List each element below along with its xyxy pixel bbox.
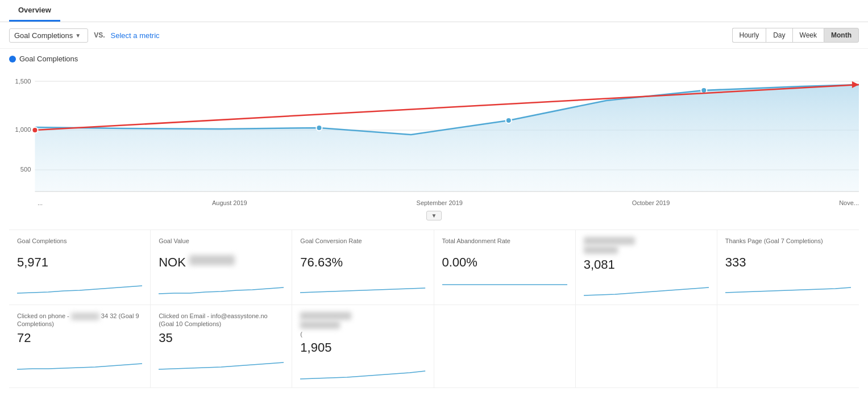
metric-title-8: Clicked on Email - info@eassystone.no (G…	[159, 312, 284, 328]
metric-value-2: NOK	[159, 255, 284, 270]
dropdown-arrow-icon: ▼	[75, 32, 81, 39]
legend-dot	[9, 56, 16, 62]
chart-area-fill	[35, 85, 859, 191]
blurred-title-5b	[584, 246, 618, 254]
blue-dot-1	[316, 125, 322, 131]
metric-card-empty-1	[434, 305, 576, 388]
metric-value-3: 76.63%	[300, 255, 425, 270]
metric-title-5	[584, 237, 709, 255]
blurred-phone	[71, 313, 99, 320]
time-btn-week[interactable]: Week	[792, 28, 824, 43]
x-label-sep: September 2019	[417, 199, 463, 206]
x-label-nov: Nove...	[839, 199, 859, 206]
toolbar: Goal Completions ▼ VS. Select a metric H…	[0, 22, 868, 49]
blurred-title-5	[584, 237, 635, 245]
x-axis-labels: ... August 2019 September 2019 October 2…	[9, 197, 859, 209]
chart-area: Goal Completions 1,500 1,000 500	[0, 49, 868, 209]
metric-title-4: Total Abandonment Rate	[442, 237, 567, 253]
sparkline-7	[17, 349, 142, 372]
sparkline-4	[442, 273, 567, 296]
sparkline-2	[159, 273, 284, 296]
metric-value-9: 1,905	[300, 340, 425, 355]
sparkline-3	[300, 273, 425, 296]
metric-dropdown[interactable]: Goal Completions ▼	[9, 28, 88, 43]
chart-container: 1,500 1,000 500	[9, 66, 859, 197]
metric-card-thanks-page: Thanks Page (Goal 7 Completions) 333	[717, 230, 859, 305]
sparkline-9	[300, 359, 425, 381]
metric-value-4: 0.00%	[442, 255, 567, 270]
metric-value-5: 3,081	[584, 257, 709, 272]
metric-card-email: Clicked on Email - info@eassystone.no (G…	[151, 305, 292, 388]
metric-label: Goal Completions	[14, 31, 73, 40]
x-label-dots: ...	[38, 199, 43, 206]
svg-text:500: 500	[20, 166, 31, 173]
collapse-section: ▼	[0, 211, 868, 220]
metric-card-conversion-rate: Goal Conversion Rate 76.63%	[292, 230, 434, 305]
time-btn-hourly[interactable]: Hourly	[732, 28, 766, 43]
chart-legend: Goal Completions	[9, 55, 859, 63]
metrics-grid-row2: Clicked on phone - 34 32 (Goal 9 Complet…	[9, 305, 859, 388]
metric-value-1: 5,971	[17, 255, 142, 270]
metric-value-6: 333	[725, 255, 851, 270]
metric-title-6: Thanks Page (Goal 7 Completions)	[725, 237, 851, 253]
sparkline-1	[17, 273, 142, 296]
svg-text:1,000: 1,000	[15, 126, 31, 133]
metric-title-1: Goal Completions	[17, 237, 142, 253]
time-btn-day[interactable]: Day	[766, 28, 792, 43]
sparkline-6	[725, 273, 851, 296]
chart-svg: 1,500 1,000 500	[9, 66, 859, 197]
tab-overview[interactable]: Overview	[9, 0, 60, 22]
metric-card-goal-completions: Goal Completions 5,971	[9, 230, 151, 305]
red-dot-start	[32, 127, 38, 133]
metric-value-8: 35	[159, 331, 284, 345]
blurred-title-9b	[300, 321, 340, 329]
svg-text:1,500: 1,500	[15, 78, 31, 85]
metric-title-9: (	[300, 312, 425, 338]
blurred-title-9a	[300, 312, 351, 320]
metric-card-phone: Clicked on phone - 34 32 (Goal 9 Complet…	[9, 305, 151, 388]
blurred-title-9c: (	[300, 331, 302, 337]
metric-title-3: Goal Conversion Rate	[300, 237, 425, 253]
sparkline-5	[584, 276, 709, 298]
metric-card-abandonment-rate: Total Abandonment Rate 0.00%	[434, 230, 576, 305]
vs-label: VS.	[94, 31, 105, 39]
blurred-value-2	[189, 255, 235, 265]
time-buttons: Hourly Day Week Month	[732, 28, 859, 43]
metric-card-goal-value: Goal Value NOK	[151, 230, 292, 305]
legend-label: Goal Completions	[19, 55, 78, 63]
metric-card-blurred-9: ( 1,905	[292, 305, 434, 388]
tab-bar: Overview	[0, 0, 868, 22]
collapse-button[interactable]: ▼	[426, 211, 442, 220]
metric-card-empty-3	[717, 305, 859, 388]
blue-dot-3	[701, 87, 707, 93]
time-btn-month[interactable]: Month	[824, 28, 859, 43]
metric-card-empty-2	[576, 305, 717, 388]
metric-card-blurred-5: 3,081	[576, 230, 717, 305]
sparkline-8	[159, 349, 284, 372]
metric-title-2: Goal Value	[159, 237, 284, 253]
metrics-grid-row1: Goal Completions 5,971 Goal Value NOK Go…	[9, 230, 859, 305]
blue-dot-2	[506, 118, 512, 123]
x-label-aug: August 2019	[212, 199, 247, 206]
x-label-oct: October 2019	[632, 199, 670, 206]
metric-value-7: 72	[17, 331, 142, 345]
select-metric-link[interactable]: Select a metric	[111, 31, 160, 40]
metric-title-7: Clicked on phone - 34 32 (Goal 9 Complet…	[17, 312, 142, 328]
